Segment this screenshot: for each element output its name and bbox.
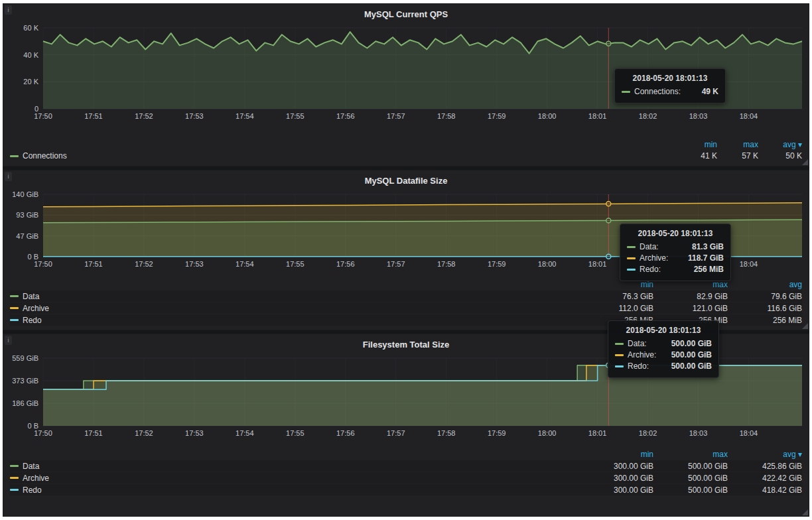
x-axis: 17:5017:5117:5217:5317:5417:5517:5617:57…	[43, 110, 802, 121]
legend-row-data: Data 76.3 GiB 82.9 GiB 79.6 GiB	[10, 291, 802, 302]
x-tick-label: 18:04	[740, 260, 758, 268]
tooltip-timestamp: 2018-05-20 18:01:13	[615, 326, 712, 335]
x-tick-label: 18:03	[689, 429, 708, 437]
tooltip-series-label: Archive:	[640, 253, 668, 264]
y-axis: 020 K40 K60 K	[10, 25, 43, 110]
panel-resize-handle-icon[interactable]	[802, 159, 808, 165]
tooltip-row: Redo: 256 MiB	[627, 264, 724, 275]
x-tick-label: 18:04	[740, 429, 758, 437]
panel-title[interactable]: MySQL Datafile Size	[10, 174, 802, 188]
legend-min-value: 300.00 GiB	[579, 474, 653, 483]
y-tick-label: 40 K	[23, 51, 38, 59]
x-tick-label: 18:04	[740, 112, 758, 120]
legend-max-value: 500.00 GiB	[653, 486, 728, 495]
legend-series-label: Archive	[23, 304, 49, 313]
legend-avg-value: 256 MiB	[728, 316, 802, 325]
legend-min-value: 41 K	[676, 151, 717, 161]
y-tick-label: 373 GiB	[12, 377, 38, 385]
legend-max-value: 121.0 GiB	[653, 304, 728, 313]
legend-series-label: Redo	[23, 316, 42, 325]
legend-series-archive[interactable]: Archive	[10, 474, 579, 483]
tooltip-row: Connections: 49 K	[622, 86, 718, 98]
x-tick-label: 17:50	[34, 112, 52, 120]
tooltip-row: Archive: 500.00 GiB	[615, 350, 712, 361]
legend-series-label: Data	[23, 292, 39, 301]
legend-series-label: Archive	[23, 474, 49, 483]
legend-avg-value: 79.6 GiB	[728, 292, 802, 301]
y-tick-label: 47 GiB	[16, 232, 38, 240]
tooltip-timestamp: 2018-05-20 18:01:13	[627, 229, 724, 238]
legend-sort-max[interactable]: max	[653, 450, 728, 459]
tooltip-timestamp: 2018-05-20 18:01:13	[622, 74, 718, 83]
x-tick-label: 17:58	[437, 112, 456, 120]
series-color-swatch-icon	[622, 91, 630, 93]
x-tick-label: 17:56	[336, 112, 355, 120]
legend: min max avg Data 76.3 GiB 82.9 GiB 79.6 …	[10, 279, 802, 326]
x-tick-label: 17:56	[336, 429, 355, 437]
y-axis: 0 B47 GiB93 GiB140 GiB	[10, 192, 43, 258]
legend-sort-max[interactable]: max	[653, 280, 728, 289]
series-color-swatch-icon	[615, 354, 624, 356]
x-tick-label: 17:55	[286, 260, 304, 268]
series-color-swatch-icon	[627, 269, 636, 271]
legend-series-connections[interactable]: Connections	[10, 151, 676, 161]
x-tick-label: 17:53	[185, 112, 204, 120]
x-tick-label: 17:54	[236, 112, 254, 120]
legend-sort-max[interactable]: max	[717, 140, 758, 149]
legend-series-data[interactable]: Data	[10, 292, 579, 301]
series-color-swatch-icon	[615, 365, 624, 367]
legend-series-data[interactable]: Data	[10, 462, 579, 471]
y-tick-label: 20 K	[23, 78, 38, 86]
y-axis: 0 B186 GiB373 GiB559 GiB	[10, 356, 43, 427]
legend-row-archive: Archive 300.00 GiB 500.00 GiB 422.42 GiB	[10, 472, 802, 484]
tooltip-series-value: 500.00 GiB	[662, 361, 712, 372]
x-tick-label: 18:00	[538, 429, 557, 437]
legend-max-value: 82.9 GiB	[653, 292, 728, 301]
tooltip-series-label: Redo:	[628, 361, 649, 372]
x-tick-label: 17:59	[488, 112, 506, 120]
x-tick-label: 17:56	[336, 260, 355, 268]
x-tick-label: 17:59	[488, 429, 506, 437]
x-tick-label: 17:54	[236, 260, 254, 268]
legend: min max avg ▾ Data 300.00 GiB 500.00 GiB…	[10, 449, 802, 495]
legend-row-archive: Archive 112.0 GiB 121.0 GiB 116.6 GiB	[10, 302, 802, 314]
legend-row-connections: Connections 41 K 57 K 50 K	[10, 150, 802, 162]
legend-min-value: 112.0 GiB	[579, 304, 653, 313]
x-tick-label: 17:51	[84, 112, 103, 120]
y-tick-label: 140 GiB	[12, 190, 38, 198]
panel-info-icon[interactable]: i	[5, 336, 12, 345]
tooltip-series-value: 256 MiB	[685, 264, 724, 275]
tooltip-series-value: 81.3 GiB	[683, 241, 724, 253]
legend-series-redo[interactable]: Redo	[10, 486, 579, 495]
legend-sort-avg[interactable]: avg ▾	[728, 450, 802, 459]
x-tick-label: 17:51	[84, 429, 103, 437]
panel-resize-handle-icon[interactable]	[802, 323, 808, 329]
legend-sort-min[interactable]: min	[579, 450, 653, 459]
grafana-dashboard: i MySQL Current QPS 020 K40 K60 K 17:501…	[3, 3, 809, 517]
x-tick-label: 18:01	[588, 429, 607, 437]
x-tick-label: 17:52	[135, 260, 153, 268]
x-tick-label: 17:51	[84, 260, 103, 268]
x-tick-label: 17:53	[185, 429, 204, 437]
tooltip-series-label: Data:	[628, 338, 647, 350]
x-tick-label: 17:57	[387, 429, 405, 437]
legend-sort-avg[interactable]: avg	[728, 280, 802, 289]
legend-sort-min[interactable]: min	[579, 280, 653, 289]
series-color-swatch-icon	[10, 307, 19, 309]
tooltip-series-label: Archive:	[628, 350, 656, 361]
x-tick-label: 18:01	[588, 112, 607, 120]
x-axis: 17:5017:5117:5217:5317:5417:5517:5617:57…	[43, 427, 802, 438]
x-tick-label: 18:00	[538, 112, 557, 120]
panel-info-icon[interactable]: i	[5, 172, 12, 181]
legend-header-row: min max avg ▾	[10, 139, 802, 150]
panel-title[interactable]: MySQL Current QPS	[10, 8, 802, 21]
legend-sort-min[interactable]: min	[676, 140, 717, 149]
legend-series-archive[interactable]: Archive	[10, 304, 579, 313]
legend-header-row: min max avg ▾	[10, 449, 802, 460]
tooltip-qps: 2018-05-20 18:01:13 Connections: 49 K	[614, 68, 726, 103]
x-tick-label: 17:54	[236, 429, 254, 437]
panel-resize-handle-icon[interactable]	[802, 509, 808, 515]
panel-info-icon[interactable]: i	[5, 5, 12, 15]
legend-sort-avg[interactable]: avg ▾	[758, 140, 802, 149]
legend-series-redo[interactable]: Redo	[10, 316, 579, 325]
